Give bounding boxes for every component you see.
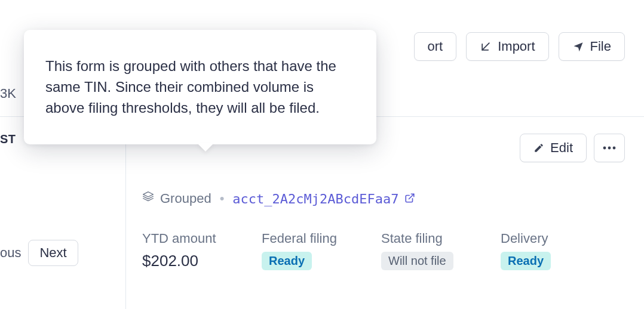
svg-point-1: [603, 147, 606, 150]
tooltip-text: This form is grouped with others that ha…: [45, 58, 336, 116]
export-label: ort: [428, 39, 443, 54]
send-icon: [572, 41, 584, 52]
stat-delivery: Delivery Ready: [501, 230, 584, 270]
stats-row: YTD amount $202.00 Federal filing Ready …: [142, 230, 625, 270]
stat-delivery-label: Delivery: [501, 230, 584, 247]
stat-federal-label: Federal filing: [262, 230, 345, 247]
panel-header-actions: Edit: [520, 134, 625, 162]
vertical-divider: [125, 116, 126, 309]
import-icon: [480, 41, 492, 52]
stat-ytd-value: $202.00: [142, 252, 226, 270]
next-button[interactable]: Next: [28, 240, 78, 266]
stat-state: State filing Will not file: [381, 230, 465, 270]
export-button[interactable]: ort: [414, 32, 457, 61]
more-button[interactable]: [594, 134, 625, 162]
badge-state: Will not file: [381, 252, 453, 270]
file-label: File: [590, 39, 611, 54]
file-button[interactable]: File: [559, 32, 625, 61]
prev-partial: ous: [0, 245, 21, 261]
top-action-bar: ort Import File: [414, 32, 625, 61]
badge-delivery: Ready: [501, 252, 551, 270]
svg-line-4: [409, 194, 414, 199]
stat-federal: Federal filing Ready: [262, 230, 345, 270]
edit-button[interactable]: Edit: [520, 134, 587, 162]
account-link[interactable]: acct_2A2cMj2ABcdEFaa7: [232, 191, 415, 206]
grouped-tooltip: This form is grouped with others that ha…: [24, 30, 376, 144]
account-id: acct_2A2cMj2ABcdEFaa7: [232, 191, 398, 206]
import-button[interactable]: Import: [466, 32, 548, 61]
left-hint-3k: 3K: [0, 86, 16, 101]
stat-ytd: YTD amount $202.00: [142, 230, 226, 270]
grouped-label: Grouped: [160, 191, 211, 206]
external-link-icon: [404, 191, 415, 206]
badge-federal: Ready: [262, 252, 312, 270]
detail-panel: Edit Grouped • acct_2A2cMj2ABcdEFaa7 Y: [142, 131, 625, 270]
svg-point-2: [608, 147, 611, 150]
svg-line-0: [482, 43, 489, 50]
ellipsis-icon: [603, 146, 616, 150]
import-label: Import: [498, 39, 535, 54]
svg-point-3: [613, 147, 616, 150]
grouped-indicator: Grouped: [142, 191, 211, 206]
stat-ytd-label: YTD amount: [142, 230, 226, 247]
next-label: Next: [39, 245, 66, 261]
edit-label: Edit: [550, 140, 573, 156]
stat-state-label: State filing: [381, 230, 465, 247]
meta-dot: •: [220, 191, 225, 206]
pencil-icon: [533, 143, 544, 153]
left-hint-prev-next: ous Next: [0, 240, 78, 266]
meta-row: Grouped • acct_2A2cMj2ABcdEFaa7: [142, 191, 625, 206]
left-hint-st: ST: [0, 132, 16, 146]
layers-icon: [142, 191, 154, 206]
